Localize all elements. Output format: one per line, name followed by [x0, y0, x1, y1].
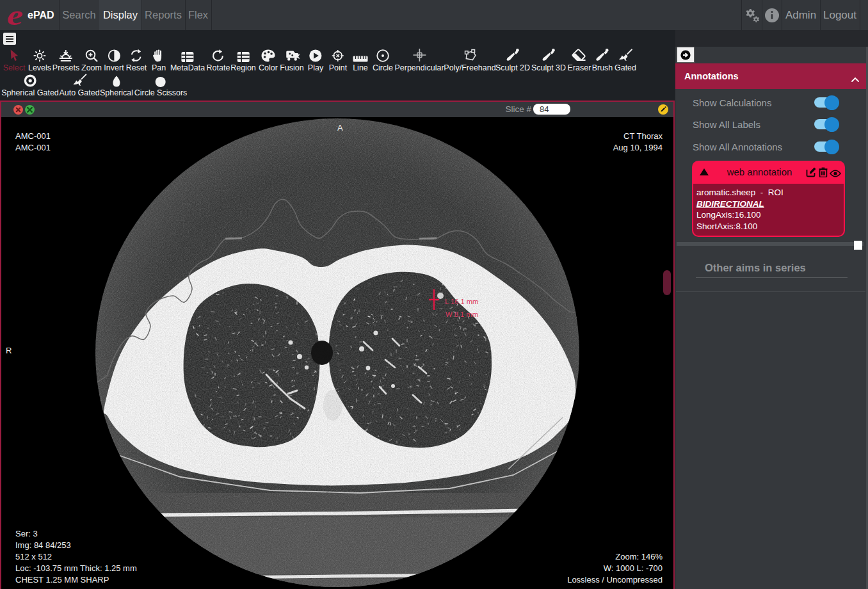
- svg-text:W 8.1 mm: W 8.1 mm: [446, 311, 478, 318]
- svg-text:L 16.1 mm: L 16.1 mm: [445, 298, 478, 305]
